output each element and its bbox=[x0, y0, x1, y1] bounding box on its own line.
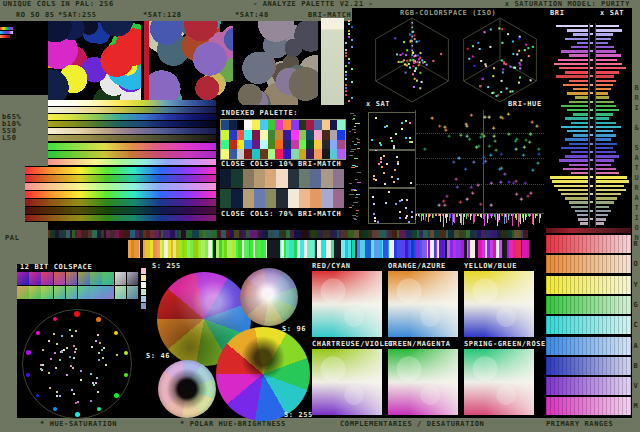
sat-mark bbox=[352, 141, 354, 142]
inner-dot bbox=[55, 367, 57, 369]
cube-point bbox=[413, 60, 415, 62]
palette-cell bbox=[291, 120, 299, 130]
palette-cell bbox=[291, 130, 299, 140]
hue-marker: + bbox=[507, 132, 511, 136]
divider-dash bbox=[590, 210, 593, 212]
sat-scatter-box-2 bbox=[368, 149, 416, 189]
colspace12-tile bbox=[78, 272, 90, 285]
rim-dot bbox=[36, 331, 40, 335]
palette-cell bbox=[260, 140, 268, 150]
inner-dot bbox=[61, 351, 63, 353]
pal-label-block bbox=[0, 222, 48, 264]
close-col-swatch bbox=[231, 169, 242, 188]
pal-line bbox=[323, 230, 330, 238]
inner-dot bbox=[56, 343, 58, 345]
scatter-dot bbox=[373, 203, 375, 205]
pal-line bbox=[527, 240, 529, 258]
brimatch-tick bbox=[345, 52, 347, 54]
pal-line bbox=[459, 230, 466, 238]
scatter-dot bbox=[386, 163, 388, 165]
scatter-dot bbox=[409, 141, 411, 143]
hue-marker: + bbox=[489, 153, 493, 157]
sat-bar bbox=[596, 155, 619, 157]
bri-bar bbox=[573, 88, 588, 90]
cube-point bbox=[418, 58, 420, 60]
sat-bar bbox=[596, 201, 614, 203]
sat-bar bbox=[596, 42, 608, 44]
divider-dash bbox=[590, 168, 593, 170]
bri-bar bbox=[575, 96, 588, 98]
palette-cell bbox=[275, 149, 283, 159]
divider-dash bbox=[590, 126, 593, 128]
primary-range-band bbox=[546, 235, 631, 253]
sat-mark bbox=[350, 151, 354, 152]
scatter-dot bbox=[393, 145, 395, 147]
scatter-dot bbox=[377, 221, 379, 223]
sat-bar bbox=[596, 29, 622, 31]
hue-marker: + bbox=[438, 124, 442, 128]
rim-dot bbox=[26, 373, 30, 377]
palette-cell bbox=[252, 130, 260, 140]
color-ramp bbox=[25, 175, 216, 182]
cube-point bbox=[525, 44, 527, 46]
cube-point bbox=[501, 59, 503, 61]
inner-dot bbox=[53, 333, 55, 335]
scatter-dot bbox=[371, 139, 373, 141]
inner-dot bbox=[54, 352, 56, 354]
cube-point bbox=[519, 64, 521, 66]
scatter-dot bbox=[401, 122, 403, 124]
palette-cell bbox=[268, 149, 276, 159]
sat-bar bbox=[596, 96, 609, 98]
inner-dot bbox=[71, 389, 73, 391]
cube-point bbox=[417, 55, 419, 57]
colspace12-tile bbox=[115, 272, 127, 285]
colspace12-tile bbox=[66, 286, 78, 299]
palette-cell bbox=[299, 120, 307, 130]
cube-point bbox=[512, 53, 514, 55]
cube-point bbox=[396, 53, 398, 55]
bri-bar bbox=[575, 210, 588, 212]
palette-cell bbox=[306, 140, 314, 150]
pal-line bbox=[348, 230, 355, 238]
color-ramp bbox=[48, 135, 216, 141]
inner-dot bbox=[72, 367, 74, 369]
sat-bar bbox=[596, 105, 616, 107]
cube-point bbox=[402, 53, 404, 55]
colspace12-tile bbox=[41, 286, 53, 299]
brimatch-tick bbox=[351, 46, 353, 48]
sat-scatter-box-1 bbox=[368, 112, 416, 151]
sat-mark bbox=[355, 197, 358, 198]
sat-bar bbox=[596, 143, 617, 145]
cube-point bbox=[498, 28, 500, 30]
sphere-label-s46: S: 46 bbox=[146, 352, 170, 360]
cube-point bbox=[412, 73, 414, 75]
inner-dot bbox=[48, 340, 50, 342]
palette-cell bbox=[237, 130, 245, 140]
sat-bar bbox=[596, 168, 616, 170]
bri-bar bbox=[565, 155, 588, 157]
inner-dot bbox=[61, 335, 63, 337]
close-col-swatch bbox=[299, 189, 310, 208]
hue-marker: + bbox=[515, 192, 519, 196]
divider-dash bbox=[590, 67, 593, 69]
close-cols-70-swatches bbox=[220, 189, 344, 208]
close-col-swatch bbox=[220, 169, 231, 188]
polar-sphere-s255b bbox=[216, 327, 310, 421]
palette-cell bbox=[221, 120, 229, 130]
hue-marker: + bbox=[465, 197, 469, 201]
close-col-swatch bbox=[254, 169, 265, 188]
cube-point bbox=[479, 85, 481, 87]
brihue-caption: BRI-HUE bbox=[508, 100, 542, 108]
inner-dot bbox=[75, 348, 77, 350]
sat-mark bbox=[349, 131, 351, 132]
inner-dot bbox=[97, 334, 99, 336]
inner-dot bbox=[56, 391, 58, 393]
sat-bar bbox=[596, 113, 613, 115]
sat-mark bbox=[357, 139, 360, 140]
left-column-block bbox=[0, 264, 17, 418]
sat-bar bbox=[596, 38, 611, 40]
sat-bar bbox=[596, 88, 611, 90]
palette-cell bbox=[330, 140, 338, 150]
close-col-swatch bbox=[288, 169, 299, 188]
inner-dot bbox=[96, 377, 98, 379]
